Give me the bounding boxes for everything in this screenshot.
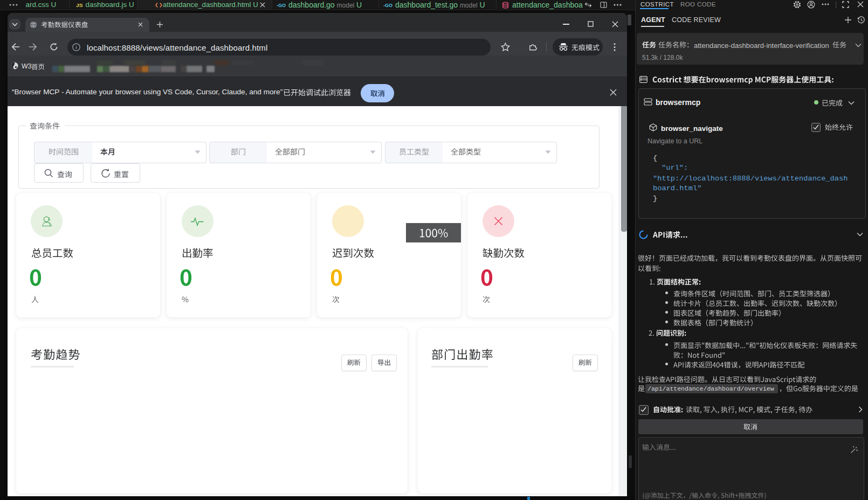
svg-text:-GO: -GO [277, 3, 286, 8]
svg-text:-GO: -GO [383, 3, 392, 8]
